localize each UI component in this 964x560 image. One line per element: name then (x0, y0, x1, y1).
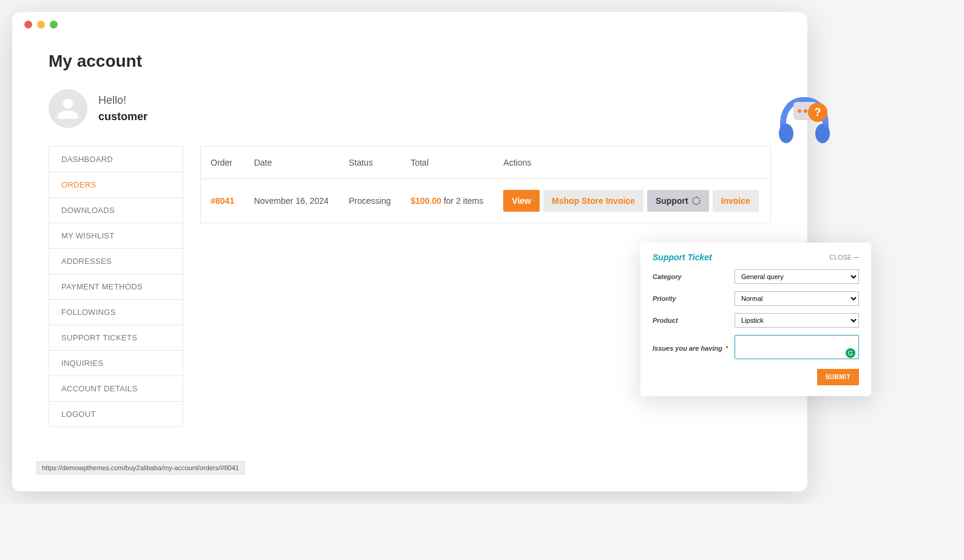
order-total: $100.00 for 2 items (401, 179, 494, 223)
popup-title: Support Ticket (653, 252, 712, 262)
page-title: My account (49, 52, 771, 71)
th-total: Total (401, 147, 494, 179)
submit-row: SUBMIT (653, 369, 859, 385)
headset-illustration: ? (768, 85, 841, 158)
svg-point-4 (804, 109, 807, 113)
label-priority: Priority (653, 295, 676, 302)
label-issues: Issues you are having * (653, 345, 728, 352)
minimize-window-icon[interactable] (37, 21, 45, 29)
sidebar-item-followings[interactable]: FOLLOWINGS (49, 300, 183, 325)
issues-textarea[interactable] (735, 335, 859, 359)
support-button[interactable]: Support (647, 190, 709, 212)
form-row-priority: Priority Normal (653, 291, 859, 306)
support-ring-icon (692, 197, 701, 205)
select-priority[interactable]: Normal (735, 291, 859, 306)
popup-header: Support Ticket CLOSE (653, 252, 859, 262)
sidebar-item-payment-methods[interactable]: PAYMENT METHODS (49, 274, 183, 300)
th-date: Date (244, 147, 339, 179)
view-button[interactable]: View (503, 190, 540, 212)
headset-icon: ? (768, 85, 841, 158)
sidebar-item-addresses[interactable]: ADDRESSES (49, 249, 183, 274)
mshop-invoice-button[interactable]: Mshop Store Invoice (543, 190, 643, 212)
order-id-link[interactable]: #8041 (211, 196, 234, 206)
avatar (49, 89, 87, 128)
th-status: Status (339, 147, 401, 179)
sidebar-item-dashboard[interactable]: DASHBOARD (49, 147, 183, 172)
sidebar-item-orders[interactable]: ORDERS (49, 172, 183, 198)
svg-point-0 (779, 124, 793, 143)
user-icon (56, 96, 80, 121)
label-category: Category (653, 273, 682, 280)
greeting-row: Hello! customer (49, 89, 771, 128)
popup-close-label: CLOSE (830, 254, 852, 261)
select-product[interactable]: Lipstick (735, 313, 859, 328)
th-order: Order (201, 147, 245, 179)
sidebar-item-account-details[interactable]: ACCOUNT DETAILS (49, 376, 183, 402)
submit-button[interactable]: SUBMIT (817, 369, 859, 385)
th-actions: Actions (494, 147, 770, 179)
label-issues-text: Issues you are having (653, 345, 722, 352)
sidebar-item-downloads[interactable]: DOWNLOADS (49, 198, 183, 223)
greeting-username: customer (98, 110, 148, 123)
sidebar-item-inquiries[interactable]: INQUIRIES (49, 351, 183, 376)
order-total-suffix: for 2 items (441, 196, 483, 206)
support-ticket-popup: Support Ticket CLOSE Category General qu… (640, 243, 871, 396)
window-titlebar (12, 12, 807, 36)
order-status: Processing (339, 179, 401, 223)
order-date: November 16, 2024 (244, 179, 339, 223)
orders-table: Order Date Status Total Actions #8041 No… (200, 146, 771, 223)
minus-icon (854, 257, 859, 258)
invoice-button[interactable]: Invoice (713, 190, 759, 212)
form-row-issues: Issues you are having * G (653, 335, 859, 362)
select-category[interactable]: General query (735, 269, 859, 284)
greeting-hello: Hello! (98, 94, 148, 107)
support-button-label: Support (656, 196, 688, 206)
svg-point-1 (815, 124, 830, 143)
required-star-icon: * (725, 345, 728, 352)
close-window-icon[interactable] (24, 21, 32, 29)
popup-close-button[interactable]: CLOSE (830, 254, 859, 261)
greeting-text: Hello! customer (98, 94, 148, 123)
order-price: $100.00 (410, 196, 441, 206)
svg-text:?: ? (815, 106, 821, 118)
status-bar-url: https://demowpthemes.com/buy2alibaba/my-… (36, 461, 245, 474)
sidebar-item-wishlist[interactable]: MY WISHLIST (49, 223, 183, 249)
form-row-product: Product Lipstick (653, 313, 859, 328)
maximize-window-icon[interactable] (50, 21, 58, 29)
grammarly-icon[interactable]: G (846, 348, 855, 358)
textarea-wrap: G (735, 335, 859, 362)
svg-point-3 (798, 109, 801, 113)
sidebar-item-logout[interactable]: LOGOUT (49, 402, 183, 427)
sidebar-item-support-tickets[interactable]: SUPPORT TICKETS (49, 325, 183, 351)
table-row: #8041 November 16, 2024 Processing $100.… (201, 179, 771, 223)
main-panel: Order Date Status Total Actions #8041 No… (200, 146, 771, 223)
sidebar-nav: DASHBOARD ORDERS DOWNLOADS MY WISHLIST A… (49, 146, 183, 427)
form-row-category: Category General query (653, 269, 859, 284)
browser-window: My account Hello! customer DASHBOARD ORD… (12, 12, 807, 491)
actions-cell: View Mshop Store Invoice Support Invoice (503, 190, 761, 212)
label-product: Product (653, 317, 678, 324)
